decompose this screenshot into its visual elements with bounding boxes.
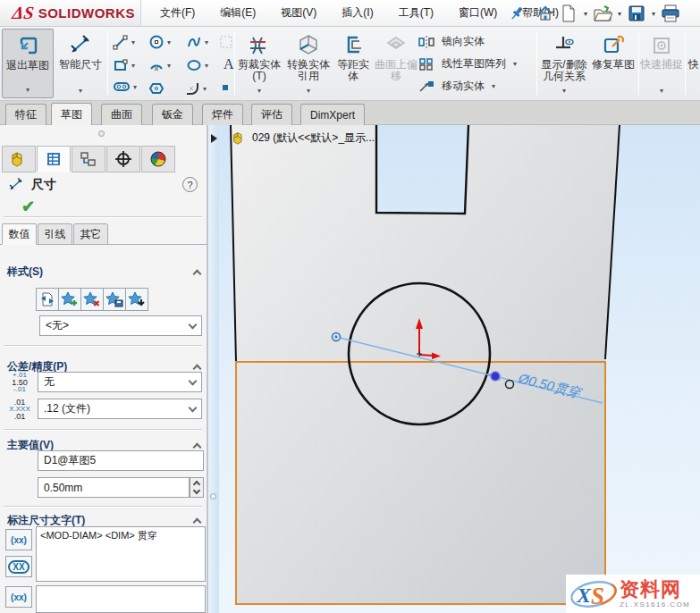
trim-entities-dropdown[interactable]: ▾ xyxy=(257,85,261,97)
open-dropdown[interactable]: ▾ xyxy=(615,10,624,18)
partial-button[interactable]: 快 xyxy=(687,29,700,98)
display-manager-tab[interactable] xyxy=(141,146,175,172)
pin-menu-icon[interactable] xyxy=(508,4,526,22)
help-button[interactable]: ? xyxy=(182,177,198,192)
save-button[interactable] xyxy=(626,3,647,24)
graphics-viewport[interactable]: Ø0.50贯穿 029 (默认<<默认>_显示... X S 资料网 ZL.XS… xyxy=(219,125,700,613)
quick-snaps-dropdown[interactable]: ▾ xyxy=(660,85,663,97)
dimension-name-field[interactable]: D1@草图5 xyxy=(38,450,204,471)
configuration-manager-tab[interactable] xyxy=(72,146,105,172)
model-view[interactable]: Ø0.50贯穿 xyxy=(219,125,700,613)
quick-snaps-button[interactable]: 快速捕捉 ▾ xyxy=(640,29,683,98)
dimension-text-area[interactable]: <MOD-DIAM> <DIM> 贯穿 xyxy=(36,526,206,582)
exit-sketch-button[interactable]: 退出草图 ▾ xyxy=(2,29,54,98)
linear-pattern-button[interactable]: 线性草图阵列 ▾ xyxy=(418,56,531,71)
menu-window[interactable]: 窗口(W) xyxy=(446,0,510,26)
tab-dimxpert[interactable]: DimXpert xyxy=(300,104,365,125)
linear-pattern-dropdown[interactable]: ▾ xyxy=(513,60,517,68)
arc-dropdown[interactable]: ▾ xyxy=(167,62,171,70)
point-tool[interactable] xyxy=(220,82,231,93)
save-style-button[interactable] xyxy=(103,288,126,311)
ok-check-button[interactable]: ✔ xyxy=(21,197,35,216)
tab-value[interactable]: 数值 xyxy=(2,223,37,245)
tab-evaluate[interactable]: 评估 xyxy=(251,104,292,125)
selected-point[interactable] xyxy=(491,372,500,381)
menu-insert[interactable]: 插入(I) xyxy=(329,0,385,26)
ellipse-dropdown[interactable]: ▾ xyxy=(205,62,208,70)
repair-sketch-button[interactable]: 修复草图 xyxy=(590,29,637,98)
convert-entities-dropdown[interactable]: ▾ xyxy=(307,85,310,97)
horizontal-splitter[interactable] xyxy=(0,127,207,136)
line-tool[interactable]: ▾ xyxy=(113,34,135,50)
style-dropdown[interactable]: <无> xyxy=(39,315,202,336)
exit-sketch-dropdown[interactable]: ▾ xyxy=(26,84,30,96)
rectangle-tool[interactable]: ▾ xyxy=(113,57,135,73)
part-notch-edge[interactable] xyxy=(376,125,468,214)
property-manager-tab[interactable] xyxy=(37,146,71,172)
smart-dimension-button[interactable]: 智能尺寸 ▾ xyxy=(55,29,105,98)
ellipse-tool[interactable]: ▾ xyxy=(186,57,208,73)
move-entities-dropdown[interactable]: ▾ xyxy=(492,82,495,90)
tab-features[interactable]: 特征 xyxy=(5,104,46,125)
print-button[interactable] xyxy=(660,3,681,24)
tolerance-type-dropdown[interactable]: 无 xyxy=(38,372,202,392)
add-style-button[interactable] xyxy=(58,288,81,311)
spline-dropdown[interactable]: ▾ xyxy=(205,38,208,46)
arc-tool[interactable]: ▾ xyxy=(148,57,171,73)
smart-dimension-dropdown[interactable]: ▾ xyxy=(79,85,82,97)
delete-style-button[interactable] xyxy=(80,288,104,311)
rectangle-dropdown[interactable]: ▾ xyxy=(131,62,135,70)
tab-sheet-metal[interactable]: 钣金 xyxy=(152,104,193,125)
dimension-value-field[interactable]: 0.50mm xyxy=(38,477,190,498)
display-delete-relations-button[interactable]: 显示/删除几何关系 ▾ xyxy=(538,29,590,98)
tab-leaders[interactable]: 引线 xyxy=(38,223,72,245)
dimxpert-manager-tab[interactable] xyxy=(106,146,140,172)
dim-text-var-button[interactable]: (xx) xyxy=(5,529,32,550)
tree-root-label[interactable]: 029 (默认<<默认>_显示... xyxy=(252,130,375,146)
convert-entities-button[interactable]: 转换实体引用 ▾ xyxy=(284,29,333,98)
precision-dropdown[interactable]: .12 (文件) xyxy=(38,399,202,419)
display-delete-relations-dropdown[interactable]: ▾ xyxy=(562,85,566,97)
tab-surfaces[interactable]: 曲面 xyxy=(101,104,142,125)
open-button[interactable] xyxy=(592,3,613,24)
home-button[interactable] xyxy=(535,3,556,24)
move-entities-button[interactable]: 移动实体 ▾ xyxy=(418,79,531,94)
menu-view[interactable]: 视图(V) xyxy=(268,0,329,26)
feature-manager-tab[interactable] xyxy=(2,146,36,172)
menu-tools[interactable]: 工具(T) xyxy=(386,0,446,26)
trim-entities-button[interactable]: 剪裁实体(T) ▾ xyxy=(236,29,283,98)
spline-tool[interactable]: ▾ xyxy=(186,34,208,50)
circle-tool[interactable]: ▾ xyxy=(148,34,171,50)
line-dropdown[interactable]: ▾ xyxy=(131,38,135,46)
offset-entities-button[interactable]: 等距实体 xyxy=(333,29,374,98)
dimension-text-area-2[interactable] xyxy=(36,585,206,613)
new-document-dropdown[interactable]: ▾ xyxy=(581,10,590,18)
dim-text-var-button-2[interactable]: (xx) xyxy=(5,586,32,608)
slot-dropdown[interactable]: ▾ xyxy=(133,83,137,91)
value-spinner[interactable] xyxy=(190,477,204,498)
spinner-down-icon[interactable] xyxy=(193,487,200,494)
new-document-button[interactable] xyxy=(558,3,579,24)
tab-weldments[interactable]: 焊件 xyxy=(202,104,243,125)
circle-dropdown[interactable]: ▾ xyxy=(167,38,171,46)
save-dropdown[interactable]: ▾ xyxy=(649,10,658,18)
sketch-picture-tool[interactable] xyxy=(218,34,234,50)
tab-other[interactable]: 其它 xyxy=(73,223,108,245)
tab-sketch[interactable]: 草图 xyxy=(51,103,92,125)
panel-splitter[interactable] xyxy=(207,125,219,613)
slot-tool[interactable]: ▾ xyxy=(113,80,137,93)
offset-on-surface-button[interactable]: 曲面上偏移 xyxy=(374,29,418,98)
mirror-entities-button[interactable]: 镜向实体 xyxy=(418,34,485,49)
part-face[interactable] xyxy=(231,125,620,604)
fillet-dropdown[interactable]: ▾ xyxy=(203,85,207,93)
style-section-header[interactable]: 样式(S) xyxy=(7,265,200,280)
feature-tree-flyout[interactable]: 029 (默认<<默认>_显示... xyxy=(232,130,375,146)
menu-file[interactable]: 文件(F) xyxy=(148,0,207,26)
load-style-button[interactable] xyxy=(125,288,148,311)
menu-edit[interactable]: 编辑(E) xyxy=(207,0,268,26)
dim-text-oval-button[interactable]: XX xyxy=(5,556,32,577)
fillet-tool[interactable]: ▾ xyxy=(184,80,207,97)
apply-default-style-button[interactable] xyxy=(36,288,59,311)
collapse-panel-arrow-icon[interactable] xyxy=(211,134,217,143)
polygon-tool[interactable] xyxy=(148,80,164,97)
